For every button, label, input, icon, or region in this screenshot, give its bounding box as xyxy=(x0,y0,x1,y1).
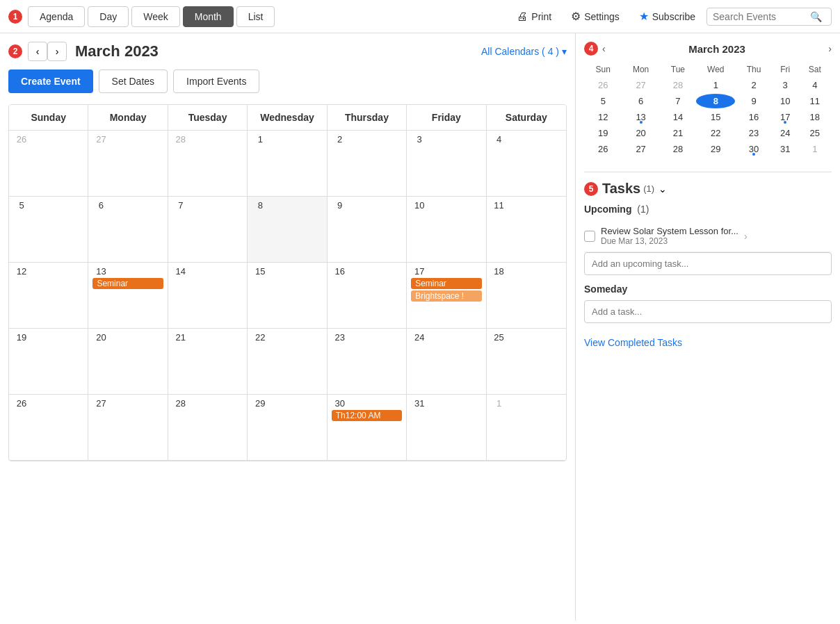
mini-day-cell[interactable]: 24 xyxy=(773,126,798,140)
add-someday-task-input[interactable] xyxy=(584,300,832,323)
mini-day-cell[interactable]: 9 xyxy=(736,94,770,108)
tab-list[interactable]: List xyxy=(236,6,275,27)
mini-day-cell[interactable]: 22 xyxy=(696,126,735,140)
mini-day-cell[interactable]: 30 xyxy=(736,142,770,156)
grid-cell[interactable]: 6 xyxy=(88,197,168,263)
mini-day-cell[interactable]: 12 xyxy=(585,110,621,124)
grid-cell[interactable]: 20 xyxy=(88,329,168,395)
grid-cell[interactable]: 15 xyxy=(248,263,327,329)
grid-cell[interactable]: 22 xyxy=(248,329,327,395)
mini-prev-button[interactable]: ‹ xyxy=(602,43,606,54)
grid-cell[interactable]: 10 xyxy=(407,197,486,263)
mini-day-cell[interactable]: 20 xyxy=(622,126,660,140)
grid-cell[interactable]: 3 xyxy=(407,131,486,197)
mini-day-cell[interactable]: 1 xyxy=(800,142,830,156)
grid-cell[interactable]: 26 xyxy=(9,395,88,461)
subscribe-button[interactable]: Subscribe xyxy=(631,6,704,27)
grid-cell[interactable]: 21 xyxy=(168,329,248,395)
mini-day-cell[interactable]: 25 xyxy=(800,126,830,140)
grid-cell[interactable]: 27 xyxy=(88,395,168,461)
grid-cell[interactable]: 24 xyxy=(407,329,486,395)
grid-cell[interactable]: 19 xyxy=(9,329,88,395)
grid-cell[interactable]: 7 xyxy=(168,197,248,263)
mini-col-header: Sat xyxy=(800,63,830,76)
next-month-button[interactable]: › xyxy=(47,42,67,61)
grid-cell[interactable]: 30Th12:00 AM xyxy=(328,395,407,461)
tab-agenda[interactable]: Agenda xyxy=(28,6,85,27)
grid-cell[interactable]: 13Seminar xyxy=(88,263,168,329)
grid-cell[interactable]: 8 xyxy=(248,197,327,263)
mini-day-cell[interactable]: 11 xyxy=(800,94,830,108)
grid-cell[interactable]: 29 xyxy=(248,395,327,461)
grid-cell[interactable]: 17SeminarBrightspace ! xyxy=(407,263,486,329)
event-chip[interactable]: Th12:00 AM xyxy=(332,410,402,421)
grid-cell[interactable]: 27 xyxy=(88,131,168,197)
mini-day-cell[interactable]: 1 xyxy=(696,78,735,92)
event-chip[interactable]: Seminar xyxy=(411,278,481,289)
set-dates-button[interactable]: Set Dates xyxy=(99,69,168,93)
create-event-button[interactable]: Create Event xyxy=(8,69,93,93)
add-upcoming-task-input[interactable] xyxy=(584,252,832,275)
grid-cell[interactable]: 1 xyxy=(248,131,327,197)
mini-day-cell[interactable]: 6 xyxy=(622,94,660,108)
grid-cell[interactable]: 12 xyxy=(9,263,88,329)
tab-week[interactable]: Week xyxy=(131,6,180,27)
mini-day-cell[interactable]: 4 xyxy=(800,78,830,92)
mini-day-cell[interactable]: 26 xyxy=(585,142,621,156)
mini-day-cell[interactable]: 31 xyxy=(773,142,798,156)
mini-day-cell[interactable]: 5 xyxy=(585,94,621,108)
cell-day: 17 xyxy=(411,266,428,277)
grid-cell[interactable]: 28 xyxy=(168,395,248,461)
mini-day-cell[interactable]: 28 xyxy=(661,142,695,156)
calendar-filter[interactable]: All Calendars ( 4 ) xyxy=(481,46,567,57)
mini-day-cell[interactable]: 21 xyxy=(661,126,695,140)
grid-cell[interactable]: 2 xyxy=(328,131,407,197)
mini-day-cell[interactable]: 8 xyxy=(696,94,735,108)
grid-cell[interactable]: 31 xyxy=(407,395,486,461)
mini-day-cell[interactable]: 13 xyxy=(622,110,660,124)
mini-next-button[interactable]: › xyxy=(828,43,832,54)
grid-cell[interactable]: 14 xyxy=(168,263,248,329)
mini-day-cell[interactable]: 18 xyxy=(800,110,830,124)
mini-day-cell[interactable]: 7 xyxy=(661,94,695,108)
tab-day[interactable]: Day xyxy=(88,6,129,27)
search-input[interactable] xyxy=(713,11,810,22)
mini-day-cell[interactable]: 27 xyxy=(622,78,660,92)
grid-cell[interactable]: 9 xyxy=(328,197,407,263)
tasks-expand-button[interactable]: ⌄ xyxy=(659,183,667,195)
mini-day-cell[interactable]: 26 xyxy=(585,78,621,92)
print-button[interactable]: Print xyxy=(508,6,560,27)
mini-day-cell[interactable]: 28 xyxy=(661,78,695,92)
grid-cell[interactable]: 5 xyxy=(9,197,88,263)
mini-day-cell[interactable]: 16 xyxy=(736,110,770,124)
grid-cell[interactable]: 11 xyxy=(487,197,566,263)
import-events-button[interactable]: Import Events xyxy=(173,69,259,93)
mini-day-cell[interactable]: 23 xyxy=(736,126,770,140)
mini-day-cell[interactable]: 3 xyxy=(773,78,798,92)
event-chip[interactable]: Brightspace ! xyxy=(411,290,481,302)
grid-cell[interactable]: 4 xyxy=(487,131,566,197)
mini-day-cell[interactable]: 2 xyxy=(736,78,770,92)
grid-cell[interactable]: 16 xyxy=(328,263,407,329)
grid-cell[interactable]: 1 xyxy=(487,395,566,461)
grid-cell[interactable]: 28 xyxy=(168,131,248,197)
grid-cell[interactable]: 25 xyxy=(487,329,566,395)
tab-month[interactable]: Month xyxy=(183,6,234,27)
mini-day-cell[interactable]: 17 xyxy=(773,110,798,124)
mini-day-cell[interactable]: 15 xyxy=(696,110,735,124)
mini-day-cell[interactable]: 19 xyxy=(585,126,621,140)
mini-day-cell[interactable]: 27 xyxy=(622,142,660,156)
view-completed-link[interactable]: View Completed Tasks xyxy=(584,337,832,348)
grid-cell[interactable]: 23 xyxy=(328,329,407,395)
prev-month-button[interactable]: ‹ xyxy=(28,42,47,61)
mini-day-cell[interactable]: 29 xyxy=(696,142,735,156)
mini-day-cell[interactable]: 14 xyxy=(661,110,695,124)
mini-col-header: Thu xyxy=(736,63,770,76)
mini-day-cell[interactable]: 10 xyxy=(773,94,798,108)
task-arrow-icon[interactable]: › xyxy=(744,231,748,242)
event-chip[interactable]: Seminar xyxy=(92,278,163,289)
grid-cell[interactable]: 18 xyxy=(487,263,566,329)
grid-cell[interactable]: 26 xyxy=(9,131,88,197)
settings-button[interactable]: Settings xyxy=(563,6,628,27)
task-checkbox[interactable] xyxy=(584,231,595,242)
